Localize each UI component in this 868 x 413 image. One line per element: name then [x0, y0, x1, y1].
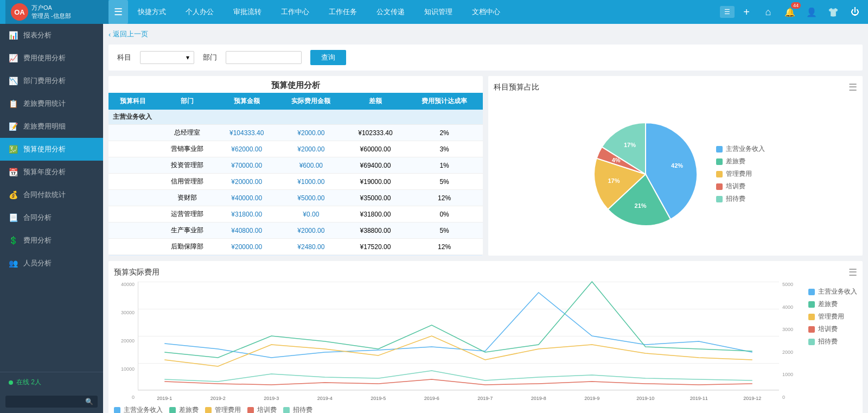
line-3 — [164, 379, 752, 385]
table-row: 运营管理部 ¥31800.00 ¥0.00 ¥31800.00 0% — [108, 206, 483, 223]
sidebar-item-report[interactable]: 📊 报表分析 — [0, 24, 103, 47]
pie-legend-item-4: 招待费 — [716, 194, 765, 204]
dept-label: 部门 — [203, 53, 217, 62]
y-right-label: 4000 — [782, 304, 799, 310]
report-icon: 📊 — [9, 31, 18, 40]
settings-icon[interactable]: 👕 — [826, 4, 841, 20]
nav-workcenter[interactable]: 工作中心 — [271, 0, 319, 24]
line-1 — [164, 282, 752, 358]
nav-docenter[interactable]: 文档中心 — [462, 0, 510, 24]
chart-right-label-0: 主营业务收入 — [818, 287, 857, 296]
chart-legend-item-4: 招待费 — [283, 405, 312, 413]
chart-right-legend-item-3: 培训费 — [808, 325, 857, 334]
pie-label-1: 21% — [635, 202, 647, 209]
sidebar-item-dept-expense[interactable]: 📉 部门费用分析 — [0, 69, 103, 92]
x-label: 2019-3 — [245, 396, 298, 401]
add-icon[interactable]: + — [739, 4, 754, 20]
legend-label-0: 主营业务收入 — [726, 144, 765, 154]
nav-document[interactable]: 公文传递 — [367, 0, 414, 24]
y-left-label: 40000 — [118, 282, 135, 287]
legend-dot-2 — [716, 171, 723, 177]
sidebar-search[interactable]: 🔍 — [5, 396, 98, 408]
grid-menu-button[interactable]: ☰ — [720, 6, 735, 18]
table-header-row: 预算科目 部门 预算金额 实际费用金额 差额 费用预计达成率 — [108, 93, 483, 110]
x-label: 2019-4 — [298, 396, 352, 401]
y-right-label: 3000 — [782, 327, 799, 332]
nav-approval[interactable]: 审批流转 — [224, 0, 271, 24]
sidebar-item-cost[interactable]: 💲 费用分析 — [0, 229, 103, 252]
col-actual: 实际费用金额 — [277, 93, 345, 110]
col-rate: 费用预计达成率 — [406, 93, 483, 110]
chart-legend-label-0: 主营业务收入 — [124, 405, 163, 413]
x-label: 2019-6 — [405, 396, 459, 401]
query-button[interactable]: 查询 — [310, 50, 346, 65]
table-row: 投资管理部 ¥70000.00 ¥600.00 ¥69400.00 1% — [108, 157, 483, 174]
nav-shortcuts[interactable]: 快捷方式 — [128, 0, 176, 24]
dept-input[interactable] — [226, 51, 302, 64]
y-right-label: 5000 — [782, 282, 799, 287]
pie-header: 科目预算占比 ☰ — [494, 81, 857, 93]
sidebar-item-budget-use[interactable]: 💹 预算使用分析 — [0, 138, 103, 161]
user-icon[interactable]: 👤 — [804, 4, 819, 20]
chart-right-dot-0 — [808, 289, 815, 295]
chart-header: 预算实际费用 ☰ — [114, 266, 857, 278]
x-label: 2019-7 — [458, 396, 512, 401]
app-title: 万户OA 管理员 -信息部 — [31, 4, 71, 20]
search-input[interactable] — [10, 398, 83, 405]
notification-icon[interactable]: 🔔44 — [782, 4, 797, 20]
chart-title: 预算实际费用 — [114, 268, 159, 277]
table-panel: 预算使用分析 预算科目 部门 预算金额 实际费用金额 差额 费用预计达成率 — [108, 76, 483, 256]
sidebar-item-expense-use[interactable]: 📈 费用使用分析 — [0, 47, 103, 69]
pie-title: 科目预算占比 — [494, 82, 539, 92]
chart-right-legend-item-1: 差旅费 — [808, 300, 857, 309]
power-icon[interactable]: ⏻ — [847, 4, 863, 20]
pie-label-4: 17% — [624, 142, 636, 148]
pie-menu-icon[interactable]: ☰ — [848, 81, 857, 93]
chart-legend-item-1: 差旅费 — [169, 405, 199, 413]
chart-right-label-3: 培训费 — [818, 325, 838, 334]
pie-legend-item-3: 培训费 — [716, 182, 765, 191]
nav-worktask[interactable]: 工作任务 — [319, 0, 367, 24]
sidebar-item-travel-stat[interactable]: 📋 差旅费用统计 — [0, 92, 103, 115]
subject-select[interactable]: ▾ — [140, 51, 194, 64]
sidebar-item-contract-pay[interactable]: 💰 合同付款统计 — [0, 183, 103, 206]
x-label: 2019-10 — [619, 396, 673, 401]
home-icon[interactable]: ⌂ — [761, 4, 776, 20]
sidebar-item-budget-year[interactable]: 📆 预算年度分析 — [0, 161, 103, 183]
chart-right-legend-item-0: 主营业务收入 — [808, 287, 857, 296]
y-right-label: 1000 — [782, 372, 799, 377]
bar-chart-panel: 预算实际费用 ☰ 400003000020000100000 500040003… — [108, 261, 863, 413]
chart-menu-icon[interactable]: ☰ — [848, 266, 857, 278]
people-icon: 👥 — [9, 259, 18, 268]
legend-dot-4 — [716, 196, 723, 202]
nav-personal[interactable]: 个人办公 — [176, 0, 224, 24]
dashboard-grid: 预算使用分析 预算科目 部门 预算金额 实际费用金额 差额 费用预计达成率 — [108, 76, 863, 413]
legend-dot-0 — [716, 146, 723, 153]
chart-right-dot-2 — [808, 314, 815, 320]
legend-label-1: 差旅费 — [726, 157, 745, 166]
chart-right-legend-item-2: 管理费用 — [808, 312, 857, 321]
x-label: 2019-11 — [672, 396, 726, 401]
breadcrumb[interactable]: ‹ 返回上一页 — [108, 29, 863, 39]
nav-knowledge[interactable]: 知识管理 — [414, 0, 462, 24]
x-label: 2019-9 — [565, 396, 619, 401]
chart-legend-label-2: 管理费用 — [215, 405, 241, 413]
chart-legend-label-3: 培训费 — [257, 405, 277, 413]
sidebar-item-contract[interactable]: 📃 合同分析 — [0, 206, 103, 229]
chart-legend-label-4: 招待费 — [293, 405, 312, 413]
x-label: 2019-12 — [726, 396, 780, 401]
sidebar-item-travel-detail[interactable]: 📝 差旅费用明细 — [0, 115, 103, 138]
search-icon[interactable]: 🔍 — [85, 398, 93, 405]
x-label: 2019-2 — [192, 396, 245, 401]
subject-label: 科目 — [117, 53, 131, 62]
pie-label-0: 42% — [671, 162, 683, 168]
hamburger-icon[interactable]: ☰ — [108, 0, 128, 24]
breadcrumb-label[interactable]: 返回上一页 — [113, 29, 148, 39]
table-row: 后勤保障部 ¥20000.00 ¥2480.00 ¥17520.00 12% — [108, 239, 483, 255]
online-status: 在线 2人 — [0, 372, 103, 392]
nav-menu: 快捷方式 个人办公 审批流转 工作中心 工作任务 公文传递 知识管理 文档中心 — [128, 0, 720, 24]
table-scroll-area[interactable]: 预算科目 部门 预算金额 实际费用金额 差额 费用预计达成率 主营业务收入 总经… — [108, 93, 483, 256]
sidebar-item-people[interactable]: 👥 人员分析 — [0, 252, 103, 275]
chart-legend-item-0: 主营业务收入 — [114, 405, 163, 413]
filter-bar: 科目 ▾ 部门 查询 — [108, 45, 863, 71]
